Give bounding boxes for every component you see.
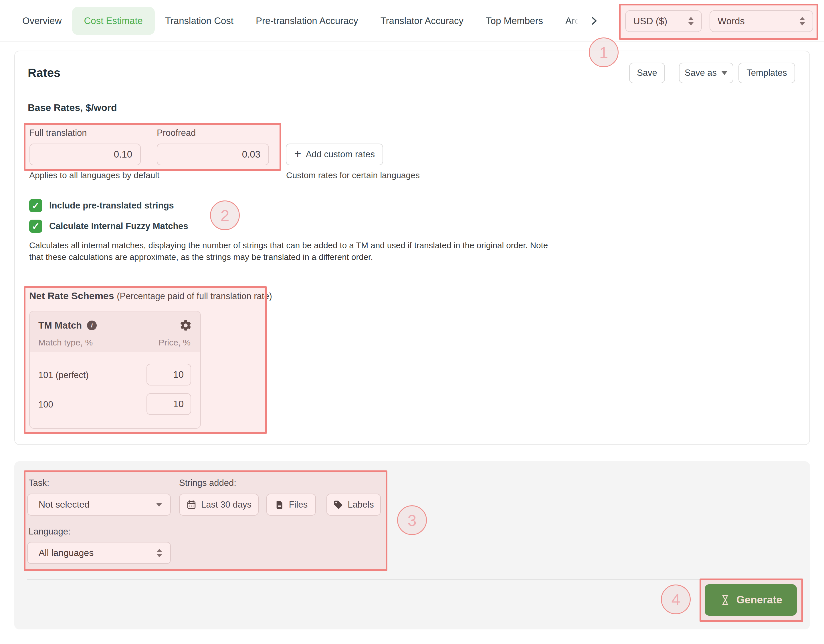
net-rate-schemes-heading: Net Rate Schemes (Percentage paid of ful… — [29, 290, 272, 301]
panel-divider — [27, 579, 797, 580]
tm-match-card: TM Match i Match type, % Price, % 101 (p… — [29, 311, 201, 429]
include-pretranslated-label: Include pre-translated strings — [49, 201, 174, 211]
labels-filter-label: Labels — [347, 500, 374, 510]
hourglass-icon — [719, 594, 731, 606]
calendar-icon — [186, 500, 197, 510]
add-custom-rates-button[interactable]: + Add custom rates — [286, 144, 383, 165]
nav-divider — [0, 41, 824, 42]
base-rates-note: Applies to all languages by default — [29, 170, 159, 180]
tm-match-title: TM Match — [38, 320, 82, 331]
match-101-price-input[interactable]: 10 — [146, 364, 191, 385]
task-label: Task: — [29, 478, 49, 488]
price-column-header: Price, % — [158, 338, 191, 348]
labels-filter-button[interactable]: Labels — [326, 494, 381, 515]
net-rate-schemes-title: Net Rate Schemes — [29, 290, 114, 301]
net-rate-schemes-note: (Percentage paid of full translation rat… — [117, 291, 272, 301]
save-button[interactable]: Save — [629, 63, 665, 83]
generate-button-label: Generate — [736, 594, 782, 606]
save-as-button-label: Save as — [685, 68, 717, 78]
rates-card: Rates Save Save as Templates Base Rates,… — [14, 51, 810, 445]
strings-added-label: Strings added: — [179, 478, 236, 488]
report-generator-panel: Task: Not selected Strings added: Last 3… — [14, 461, 810, 629]
templates-button-label: Templates — [746, 68, 787, 78]
checkmark-icon: ✓ — [32, 201, 40, 210]
task-select[interactable]: Not selected — [27, 494, 171, 515]
checkmark-icon: ✓ — [32, 221, 40, 231]
internal-fuzzy-checkbox[interactable]: ✓ — [29, 219, 42, 233]
files-filter-label: Files — [289, 500, 307, 510]
full-translation-label: Full translation — [29, 128, 87, 138]
date-range-filter-label: Last 30 days — [201, 500, 252, 510]
custom-rates-note: Custom rates for certain languages — [286, 170, 420, 180]
currency-select-value: USD ($) — [633, 16, 667, 27]
proofread-label: Proofread — [157, 128, 196, 138]
proofread-input[interactable]: 0.03 — [157, 144, 269, 165]
file-icon — [275, 500, 284, 510]
match-101-label: 101 (perfect) — [38, 370, 89, 380]
generate-button[interactable]: Generate — [705, 584, 797, 616]
base-rates-heading: Base Rates, $/word — [28, 102, 117, 113]
page-title: Rates — [28, 66, 60, 80]
task-select-value: Not selected — [38, 499, 89, 510]
internal-fuzzy-label: Calculate Internal Fuzzy Matches — [49, 221, 188, 232]
tab-archived-truncated[interactable]: Arc — [565, 15, 580, 26]
units-select[interactable]: Words — [710, 10, 813, 32]
updown-icon — [157, 549, 162, 557]
report-tabs-bar: Overview Cost Estimate Translation Cost … — [22, 0, 600, 41]
match-type-column-header: Match type, % — [38, 338, 93, 348]
tag-icon — [333, 500, 343, 510]
match-100-label: 100 — [38, 400, 53, 410]
internal-fuzzy-row: ✓ Calculate Internal Fuzzy Matches — [29, 219, 188, 233]
language-select[interactable]: All languages — [27, 542, 171, 564]
gear-icon[interactable] — [179, 319, 192, 332]
tab-translation-cost[interactable]: Translation Cost — [165, 15, 234, 26]
add-custom-rates-label: Add custom rates — [306, 149, 375, 159]
full-translation-input[interactable]: 0.10 — [29, 144, 141, 165]
info-icon[interactable]: i — [87, 320, 97, 330]
tab-top-members[interactable]: Top Members — [486, 15, 543, 26]
save-as-button[interactable]: Save as — [679, 63, 733, 83]
chevron-right-icon[interactable] — [589, 15, 600, 26]
caret-down-icon — [156, 503, 162, 507]
files-filter-button[interactable]: Files — [266, 494, 316, 515]
match-100-price-input[interactable]: 10 — [146, 393, 191, 415]
plus-icon: + — [294, 148, 301, 160]
templates-button[interactable]: Templates — [738, 63, 795, 83]
save-button-label: Save — [637, 68, 657, 78]
fuzzy-matches-description: Calculates all internal matches, display… — [29, 239, 561, 263]
language-label: Language: — [29, 526, 71, 537]
updown-icon — [688, 17, 694, 26]
tab-overview[interactable]: Overview — [22, 15, 62, 26]
caret-down-icon — [721, 71, 727, 75]
date-range-filter-button[interactable]: Last 30 days — [179, 494, 259, 515]
tab-cost-estimate[interactable]: Cost Estimate — [72, 7, 155, 35]
updown-icon — [799, 17, 805, 26]
units-select-value: Words — [718, 16, 745, 27]
tab-pre-translation-accuracy[interactable]: Pre-translation Accuracy — [256, 15, 358, 26]
include-pretranslated-checkbox[interactable]: ✓ — [29, 199, 42, 212]
currency-select[interactable]: USD ($) — [625, 10, 702, 32]
include-pretranslated-row: ✓ Include pre-translated strings — [29, 199, 174, 212]
language-select-value: All languages — [38, 547, 94, 558]
tab-translator-accuracy[interactable]: Translator Accuracy — [381, 15, 463, 26]
